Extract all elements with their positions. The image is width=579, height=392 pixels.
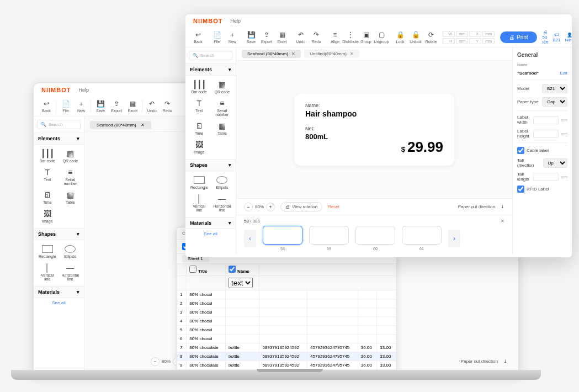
col-name-checkbox[interactable] xyxy=(229,266,236,273)
edit-link[interactable]: Edit xyxy=(560,71,567,76)
see-all-link[interactable]: See all xyxy=(185,229,236,239)
close-icon[interactable]: ✕ xyxy=(291,51,295,56)
back-button[interactable]: ↩Back xyxy=(39,99,54,114)
doc-tab-active[interactable]: Seafood (80*40mm)✕ xyxy=(242,50,301,58)
thumbnail[interactable] xyxy=(263,226,302,245)
back-button[interactable]: ↩Back xyxy=(191,30,205,45)
serial-element[interactable]: ≡Serial number xyxy=(212,98,233,118)
barcode-element[interactable]: ┃┃┃Bar code xyxy=(189,79,210,96)
label-height-input[interactable] xyxy=(533,130,559,138)
shapes-header[interactable]: Shapes▾ xyxy=(34,228,84,240)
rectangle-shape[interactable]: Rectangle xyxy=(37,243,58,260)
new-button[interactable]: ＋New xyxy=(225,30,240,45)
ellipsis-shape[interactable]: Ellipsis xyxy=(60,243,81,260)
shapes-header[interactable]: Shapes▾ xyxy=(185,159,236,171)
user-icon[interactable]: 👤 xyxy=(567,33,572,38)
text-element[interactable]: TText xyxy=(37,167,58,187)
text-element[interactable]: TText xyxy=(189,98,210,118)
materials-header[interactable]: Materials▾ xyxy=(185,217,236,229)
new-button[interactable]: ＋New xyxy=(74,99,88,114)
reset-link[interactable]: Reset xyxy=(328,204,339,209)
thumbnail[interactable] xyxy=(402,226,442,245)
thumb-next-button[interactable]: › xyxy=(448,230,460,247)
redo-button[interactable]: ↷Redo xyxy=(309,30,323,45)
group-button[interactable]: ▣Group xyxy=(359,30,373,45)
thumbnail[interactable] xyxy=(309,226,349,245)
hline-shape[interactable]: —Horizontal line xyxy=(60,262,81,283)
table-row[interactable]: 280% chocol xyxy=(177,299,396,308)
zoom-in-button[interactable]: + xyxy=(266,203,275,211)
table-row[interactable]: 480% chocol xyxy=(177,317,396,326)
rotate-button[interactable]: ⟳Rotate xyxy=(424,30,438,45)
time-element[interactable]: 🗓Time xyxy=(37,189,58,206)
excel-button[interactable]: ▦Excel xyxy=(275,30,289,45)
vline-shape[interactable]: │Vertical line xyxy=(37,262,58,283)
search-input[interactable]: 🔍Search xyxy=(189,51,232,60)
close-icon[interactable]: ✕ xyxy=(350,51,354,56)
rectangle-shape[interactable]: Rectangle xyxy=(189,174,210,191)
materials-header[interactable]: Materials▾ xyxy=(34,286,84,298)
lock-button[interactable]: 🔒Lock xyxy=(393,30,407,45)
serial-element[interactable]: ≡Serial number xyxy=(60,167,81,187)
file-button[interactable]: 📄File xyxy=(210,30,224,45)
tail-len-input[interactable] xyxy=(533,173,559,181)
hline-shape[interactable]: —Horizontal line xyxy=(212,193,233,214)
ungroup-button[interactable]: ▢Ungroup xyxy=(374,30,389,45)
table-row[interactable]: 180% chocol xyxy=(177,290,396,299)
table-row[interactable]: 680% chocol xyxy=(177,335,396,343)
label-preview[interactable]: Name: Hair shampoo Net: 800mL $29.99 xyxy=(294,94,454,166)
table-element[interactable]: ▦Table xyxy=(60,189,81,206)
align-button[interactable]: ≡Align xyxy=(328,30,342,45)
qrcode-element[interactable]: ▦QR code xyxy=(212,79,233,96)
table-row[interactable]: 880% chocolatebottle58937913592459245792… xyxy=(177,352,396,361)
rfid-checkbox[interactable] xyxy=(517,186,524,193)
close-icon[interactable]: ✕ xyxy=(501,219,504,224)
label-width-input[interactable] xyxy=(533,116,559,124)
close-icon[interactable]: ✕ xyxy=(141,123,145,128)
vline-shape[interactable]: │Vertical line xyxy=(189,193,210,214)
excel-button[interactable]: ▦Excel xyxy=(125,99,140,114)
save-button[interactable]: 💾Save xyxy=(93,99,108,114)
ellipsis-shape[interactable]: Ellipsis xyxy=(212,174,233,191)
save-button[interactable]: 💾Save xyxy=(244,30,258,45)
see-all-link[interactable]: See all xyxy=(34,298,84,308)
redo-button[interactable]: ↷Redo xyxy=(160,99,174,114)
col-title-checkbox[interactable] xyxy=(189,266,196,273)
tail-dir-select[interactable]: Up xyxy=(543,158,567,168)
printer-icon: 🖨 xyxy=(509,34,514,40)
cable-label-checkbox[interactable] xyxy=(517,147,524,154)
dimension-inputs[interactable]: WmmXmm HmmYmm xyxy=(443,31,495,44)
image-element[interactable]: 🖼Image xyxy=(37,208,58,225)
help-link[interactable]: Help xyxy=(230,18,241,24)
zoom-out-button[interactable]: − xyxy=(244,203,253,211)
export-button[interactable]: ⇪Export xyxy=(109,99,124,114)
help-link[interactable]: Help xyxy=(78,87,89,93)
table-row[interactable]: 380% chocol xyxy=(177,308,396,317)
model-select[interactable]: B21 xyxy=(542,84,567,93)
undo-button[interactable]: ↶Undo xyxy=(294,30,308,45)
print-button[interactable]: 🖨Print xyxy=(500,31,537,43)
time-element[interactable]: 🗓Time xyxy=(189,120,210,137)
barcode-element[interactable]: ┃┃┃Bar code xyxy=(37,148,58,165)
doc-tab-back[interactable]: Seafood (80*40mm)✕ xyxy=(90,121,151,129)
view-rotation-button[interactable]: 🖨View rotation xyxy=(280,202,322,211)
image-element[interactable]: 🖼Image xyxy=(189,139,210,156)
elements-header[interactable]: Elements▾ xyxy=(34,133,84,145)
col-type-select[interactable]: text xyxy=(229,278,253,288)
export-button[interactable]: ⇪Export xyxy=(259,30,274,45)
table-row[interactable]: 780% chocolatebottle58937913592459245792… xyxy=(177,343,396,352)
search-input[interactable]: 🔍Search xyxy=(37,120,81,129)
table-row[interactable]: 580% chocol xyxy=(177,326,396,335)
zoom-out-button[interactable]: − xyxy=(151,357,160,366)
unlock-button[interactable]: 🔓Unlock xyxy=(408,30,423,45)
thumb-prev-button[interactable]: ‹ xyxy=(244,230,256,247)
table-element[interactable]: ▦Table xyxy=(212,120,233,137)
qrcode-element[interactable]: ▦QR code xyxy=(60,148,81,165)
undo-button[interactable]: ↶Undo xyxy=(145,99,159,114)
thumbnail[interactable] xyxy=(355,226,395,245)
distribute-button[interactable]: ⋮Distribute xyxy=(343,30,358,45)
paper-type-select[interactable]: Gap xyxy=(542,97,567,107)
elements-header[interactable]: Elements▾ xyxy=(185,63,236,76)
doc-tab-second[interactable]: Untitled(80*40mm)✕ xyxy=(304,50,359,58)
file-button[interactable]: 📄File xyxy=(59,99,73,114)
